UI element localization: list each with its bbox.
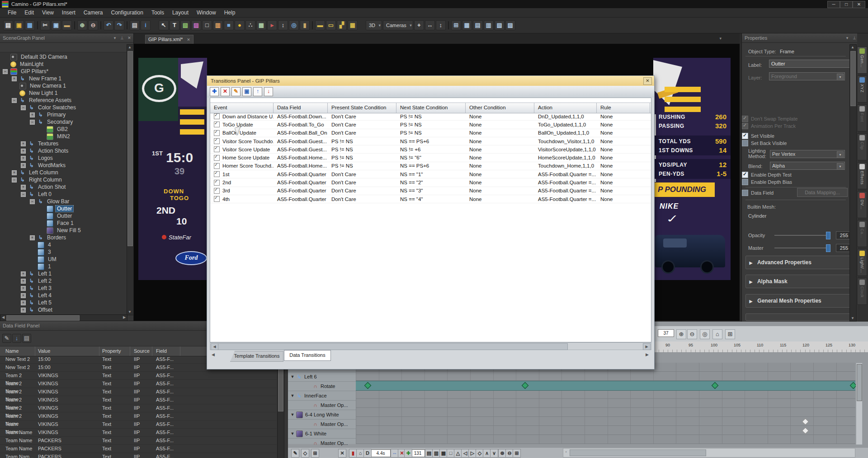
properties-tab[interactable]: Gen... (857, 47, 867, 74)
table-column-header[interactable]: Present State Condition (328, 103, 396, 113)
properties-tab[interactable]: Clip (857, 133, 867, 160)
transition-row[interactable]: ✓Home Score Update AS5-Football.Home... … (210, 154, 651, 162)
scenegraph-item[interactable]: Outter (0, 212, 126, 220)
add-track-icon[interactable]: ⊞ (311, 449, 319, 458)
data-field-row[interactable]: Team 2 Name VIKINGS Text IIP AS5-F... (0, 388, 277, 396)
edit-transition-icon[interactable]: ✎ (231, 87, 241, 96)
scroll-up-icon[interactable]: ▲ (850, 45, 855, 50)
slider-thumb[interactable] (826, 244, 830, 252)
tree-expander[interactable]: − (30, 120, 35, 125)
scenegraph-item[interactable]: − GIP Pillars* (0, 68, 126, 75)
scenegraph-item[interactable]: Default 3D Camera (0, 53, 126, 61)
slider-thumb[interactable] (826, 232, 830, 239)
tl-zoom-region-icon[interactable]: ⊞ (513, 449, 521, 458)
transition-enabled-checkbox[interactable]: ✓ (214, 138, 220, 144)
layer-expander-icon[interactable]: ▼ (290, 413, 295, 417)
scroll-down-icon[interactable]: ▼ (127, 309, 132, 315)
scenegraph-item[interactable]: − Secondary (0, 118, 126, 126)
close-button[interactable]: ✕ (853, 1, 865, 8)
properties-tab[interactable]: Light/... (857, 249, 867, 276)
column-header-name[interactable]: Name (4, 346, 35, 356)
cube-tool-icon[interactable]: ■ (224, 20, 234, 30)
tree-expander[interactable]: + (21, 156, 26, 161)
collapsible-section-header[interactable]: ▶ Alpha Mask (745, 275, 850, 288)
library-datafield-icon[interactable]: ▤ (22, 334, 31, 343)
separator[interactable] (127, 21, 127, 29)
table-column-header[interactable]: Event (210, 103, 274, 113)
collapsible-section-partial[interactable] (745, 313, 850, 321)
separator[interactable] (100, 21, 101, 29)
separator[interactable] (448, 21, 449, 29)
scenegraph-item[interactable]: + Action Shots (0, 147, 126, 154)
tree-expander[interactable]: + (21, 185, 26, 190)
timeline-zoom-out-icon[interactable]: ⊖ (687, 329, 697, 339)
transition-enabled-checkbox[interactable]: ✓ (214, 113, 220, 119)
scenegraph-item[interactable]: − Right Column (0, 176, 126, 183)
film-icon[interactable]: ▭ (326, 20, 336, 30)
timeline-home-icon[interactable]: ⌂ (712, 329, 722, 339)
expand-arrow-icon[interactable]: ▶ (746, 257, 756, 269)
tree-expander[interactable]: + (21, 271, 26, 276)
tree-expander[interactable]: + (21, 149, 26, 154)
expand-arrow-icon[interactable]: ▶ (746, 276, 756, 288)
scenegraph-vertical-scrollbar[interactable]: ▲ ▼ (127, 44, 134, 315)
paste-icon[interactable]: ▬ (62, 20, 72, 30)
transform-tool-icon[interactable]: ↕ (278, 20, 288, 30)
checkbox-box[interactable]: ✓ (742, 123, 748, 129)
column-header-source[interactable]: Source (132, 346, 152, 356)
checkbox-box[interactable]: ✓ (742, 140, 748, 146)
scenegraph-item[interactable]: + Primary (0, 111, 126, 118)
dialog-close-button[interactable]: ✕ (643, 77, 652, 85)
export-transition-icon[interactable]: ↓ (264, 87, 273, 96)
transition-enabled-checkbox[interactable]: ✓ (214, 155, 220, 161)
layer-expander-icon[interactable] (306, 384, 311, 388)
scenegraph-item[interactable]: MIN2 (0, 133, 126, 140)
property-slider[interactable]: Master 255 (748, 244, 853, 252)
property-checkbox[interactable]: ✓ Don't Swap Template (742, 116, 797, 122)
tab-list-chevron-icon[interactable]: ▾ (719, 36, 722, 41)
timeline-layer-row[interactable]: Master Op... (288, 420, 356, 429)
grid-icon[interactable]: ▦ (462, 20, 472, 30)
tree-expander[interactable]: + (21, 286, 26, 291)
layer-dropdown[interactable]: Foreground (769, 72, 845, 80)
table-column-header[interactable]: Data Field (274, 103, 328, 113)
column-header-value[interactable]: Value (36, 346, 99, 356)
transition-enabled-checkbox[interactable]: ✓ (214, 196, 220, 202)
print-icon[interactable]: ▤ (130, 20, 140, 30)
scene-clip-icon[interactable]: ▞ (337, 20, 347, 30)
scroll-left-icon[interactable]: ‹ (563, 449, 569, 455)
media-icon[interactable]: ▦ (348, 20, 358, 30)
data-field-row[interactable]: Team Name... VIKINGS Text IIP AS5-F... (0, 421, 277, 429)
scroll-right-icon[interactable]: ▶ (122, 315, 127, 320)
scenegraph-item[interactable]: + Left 5 (0, 299, 126, 306)
menu-item[interactable]: Tools (147, 9, 168, 17)
properties-tab[interactable]: Clock (857, 278, 867, 305)
mode-3d-dropdown[interactable]: 3D (366, 20, 382, 30)
tree-expander[interactable]: + (12, 76, 17, 81)
zoom-out-icon[interactable]: ⊖ (88, 20, 98, 30)
scenegraph-item[interactable]: + Left 4 (0, 292, 126, 299)
transition-enabled-checkbox[interactable]: ✓ (214, 180, 220, 186)
scenegraph-item[interactable]: − Reference Assets (0, 97, 126, 104)
transition-enabled-checkbox[interactable]: ✓ (214, 130, 220, 136)
layer-expander-icon[interactable]: ▼ (290, 375, 295, 379)
data-field-row[interactable]: Team Name PACKERS Text IIP AS5-F... (0, 437, 277, 445)
scrollbar-thumb[interactable] (850, 51, 856, 106)
transition-row[interactable]: ✓2nd AS5-Football.Quarter Don't Care NS … (210, 178, 651, 187)
save-icon[interactable]: ▦ (25, 20, 35, 30)
tree-expander[interactable]: + (12, 170, 17, 175)
open-folder-icon[interactable]: ▣ (14, 20, 24, 30)
timeline-grid-icon[interactable]: ⊞ (725, 329, 735, 339)
timeline-layer-row[interactable]: Master Op... (288, 439, 356, 448)
data-field-row[interactable]: Team Nam... PACKERS Text IIP AS5-F... (0, 453, 277, 458)
menu-item[interactable]: View (38, 9, 58, 17)
collapsible-section-header[interactable]: ▶ General Mesh Properties (745, 294, 850, 308)
panel-close-icon[interactable]: ✕ (126, 35, 132, 41)
timeline-layer-row[interactable]: ▼ Left 6 (288, 372, 356, 382)
dialog-horizontal-scrollbar[interactable]: ◀ ▶ (210, 342, 651, 350)
timeline-zoom-fit-icon[interactable]: ◎ (700, 329, 710, 339)
scenegraph-item[interactable]: − Left 0 (0, 191, 126, 198)
delete-transition-icon[interactable]: ✕ (221, 87, 230, 96)
expand-arrow-icon[interactable]: ▶ (746, 295, 756, 308)
scrollbar-thumb[interactable] (6, 315, 80, 321)
